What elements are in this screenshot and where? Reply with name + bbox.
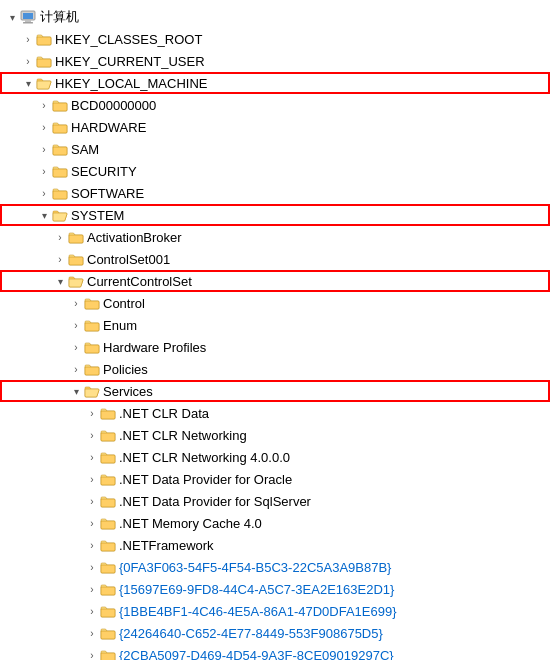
tree-item-bcd[interactable]: BCD00000000 — [0, 94, 550, 116]
folder-icon-software — [52, 186, 68, 200]
folder-icon-memcache — [100, 516, 116, 530]
expander-memcache[interactable] — [84, 515, 100, 531]
expander-services[interactable] — [68, 383, 84, 399]
tree-item-clrnet400[interactable]: .NET CLR Networking 4.0.0.0 — [0, 446, 550, 468]
expander-guid5[interactable] — [84, 647, 100, 660]
item-label-ccs001: ControlSet001 — [87, 252, 170, 267]
tree-item-hkcu[interactable]: HKEY_CURRENT_USER — [0, 50, 550, 72]
folder-icon-guid2 — [100, 582, 116, 596]
tree-item-enum[interactable]: Enum — [0, 314, 550, 336]
expander-security[interactable] — [36, 163, 52, 179]
tree-item-ccs[interactable]: CurrentControlSet — [0, 270, 550, 292]
tree-item-actbroker[interactable]: ActivationBroker — [0, 226, 550, 248]
folder-icon-dpOracle — [100, 472, 116, 486]
expander-enum[interactable] — [68, 317, 84, 333]
expander-system[interactable] — [36, 207, 52, 223]
tree-item-sam[interactable]: SAM — [0, 138, 550, 160]
folder-icon-clrnet — [100, 428, 116, 442]
item-label-system: SYSTEM — [71, 208, 124, 223]
folder-icon-hardware — [52, 120, 68, 134]
folder-icon-guid5 — [100, 648, 116, 660]
tree-item-clrdata[interactable]: .NET CLR Data — [0, 402, 550, 424]
tree-item-ccs001[interactable]: ControlSet001 — [0, 248, 550, 270]
tree-item-policies[interactable]: Policies — [0, 358, 550, 380]
item-label-clrnet400: .NET CLR Networking 4.0.0.0 — [119, 450, 290, 465]
expander-hkcr[interactable] — [20, 31, 36, 47]
expander-hklm[interactable] — [20, 75, 36, 91]
tree-item-guid3[interactable]: {1BBE4BF1-4C46-4E5A-86A1-47D0DFA1E699} — [0, 600, 550, 622]
expander-software[interactable] — [36, 185, 52, 201]
expander-ccs001[interactable] — [52, 251, 68, 267]
expander-ccs[interactable] — [52, 273, 68, 289]
expander-clrnet[interactable] — [84, 427, 100, 443]
root-node[interactable]: 计算机 — [0, 6, 550, 28]
item-label-netfw: .NETFramework — [119, 538, 214, 553]
tree-item-software[interactable]: SOFTWARE — [0, 182, 550, 204]
item-label-dpSql: .NET Data Provider for SqlServer — [119, 494, 311, 509]
tree-item-hklm[interactable]: HKEY_LOCAL_MACHINE — [0, 72, 550, 94]
folder-icon-bcd — [52, 98, 68, 112]
tree-item-guid4[interactable]: {24264640-C652-4E77-8449-553F908675D5} — [0, 622, 550, 644]
item-label-guid5: {2CBA5097-D469-4D54-9A3F-8CE09019297C} — [119, 648, 394, 661]
folder-icon-security — [52, 164, 68, 178]
expander-dpSql[interactable] — [84, 493, 100, 509]
tree-item-control[interactable]: Control — [0, 292, 550, 314]
item-label-guid4: {24264640-C652-4E77-8449-553F908675D5} — [119, 626, 383, 641]
expander-guid1[interactable] — [84, 559, 100, 575]
item-label-services: Services — [103, 384, 153, 399]
tree-item-hwprofiles[interactable]: Hardware Profiles — [0, 336, 550, 358]
expander-bcd[interactable] — [36, 97, 52, 113]
tree-item-clrnet[interactable]: .NET CLR Networking — [0, 424, 550, 446]
tree-item-guid5[interactable]: {2CBA5097-D469-4D54-9A3F-8CE09019297C} — [0, 644, 550, 660]
item-label-memcache: .NET Memory Cache 4.0 — [119, 516, 262, 531]
expander-hardware[interactable] — [36, 119, 52, 135]
folder-icon-ccs001 — [68, 252, 84, 266]
expander-netfw[interactable] — [84, 537, 100, 553]
item-label-actbroker: ActivationBroker — [87, 230, 182, 245]
expander-policies[interactable] — [68, 361, 84, 377]
expander-hwprofiles[interactable] — [68, 339, 84, 355]
item-label-guid3: {1BBE4BF1-4C46-4E5A-86A1-47D0DFA1E699} — [119, 604, 397, 619]
expander-clrnet400[interactable] — [84, 449, 100, 465]
expander-guid4[interactable] — [84, 625, 100, 641]
tree-item-hkcr[interactable]: HKEY_CLASSES_ROOT — [0, 28, 550, 50]
svg-rect-3 — [23, 22, 33, 24]
expander-control[interactable] — [68, 295, 84, 311]
svg-rect-1 — [23, 13, 33, 19]
tree-item-security[interactable]: SECURITY — [0, 160, 550, 182]
item-label-hklm: HKEY_LOCAL_MACHINE — [55, 76, 207, 91]
item-label-software: SOFTWARE — [71, 186, 144, 201]
tree-item-services[interactable]: Services — [0, 380, 550, 402]
expander-dpOracle[interactable] — [84, 471, 100, 487]
folder-icon-ccs — [68, 274, 84, 288]
expander-guid3[interactable] — [84, 603, 100, 619]
svg-rect-2 — [25, 20, 31, 22]
item-label-bcd: BCD00000000 — [71, 98, 156, 113]
expander-guid2[interactable] — [84, 581, 100, 597]
item-label-dpOracle: .NET Data Provider for Oracle — [119, 472, 292, 487]
root-label: 计算机 — [40, 8, 79, 26]
tree-item-netfw[interactable]: .NETFramework — [0, 534, 550, 556]
tree-item-memcache[interactable]: .NET Memory Cache 4.0 — [0, 512, 550, 534]
item-label-sam: SAM — [71, 142, 99, 157]
item-label-hkcr: HKEY_CLASSES_ROOT — [55, 32, 202, 47]
item-label-clrnet: .NET CLR Networking — [119, 428, 247, 443]
tree-item-guid2[interactable]: {15697E69-9FD8-44C4-A5C7-3EA2E163E2D1} — [0, 578, 550, 600]
item-label-security: SECURITY — [71, 164, 137, 179]
tree-item-guid1[interactable]: {0FA3F063-54F5-4F54-B5C3-22C5A3A9B87B} — [0, 556, 550, 578]
folder-icon-hklm — [36, 76, 52, 90]
item-label-guid2: {15697E69-9FD8-44C4-A5C7-3EA2E163E2D1} — [119, 582, 394, 597]
tree-item-hardware[interactable]: HARDWARE — [0, 116, 550, 138]
tree-item-dpSql[interactable]: .NET Data Provider for SqlServer — [0, 490, 550, 512]
folder-icon-hkcu — [36, 54, 52, 68]
root-expander[interactable] — [4, 9, 20, 25]
expander-hkcu[interactable] — [20, 53, 36, 69]
expander-actbroker[interactable] — [52, 229, 68, 245]
folder-icon-hkcr — [36, 32, 52, 46]
folder-icon-system — [52, 208, 68, 222]
tree-item-dpOracle[interactable]: .NET Data Provider for Oracle — [0, 468, 550, 490]
expander-sam[interactable] — [36, 141, 52, 157]
folder-icon-guid1 — [100, 560, 116, 574]
tree-item-system[interactable]: SYSTEM — [0, 204, 550, 226]
expander-clrdata[interactable] — [84, 405, 100, 421]
